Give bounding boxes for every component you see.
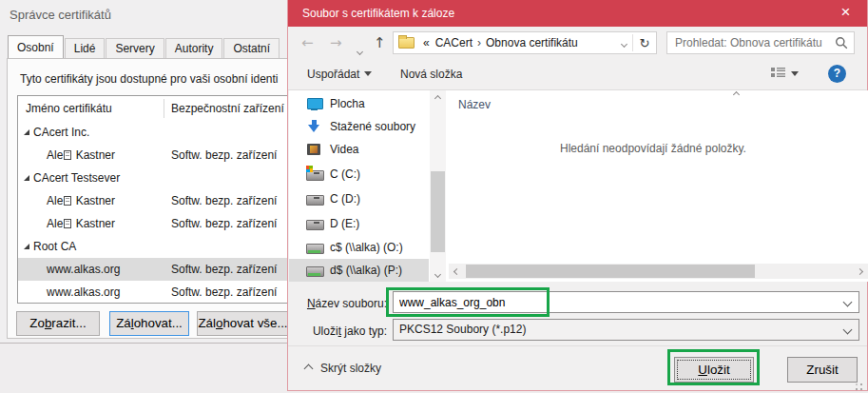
recent-pages-icon[interactable] bbox=[357, 41, 362, 58]
sidebar-item-network-p[interactable]: d$ (\\alka) (P:) bbox=[289, 259, 429, 282]
backup-button[interactable]: Zálohovat... bbox=[109, 311, 189, 336]
table-row-group[interactable]: CAcert Inc. bbox=[18, 121, 294, 144]
sidebar-item-label: Plocha bbox=[330, 97, 365, 110]
cancel-button[interactable]: Zrušit bbox=[787, 357, 858, 383]
windows-logo-icon bbox=[306, 166, 313, 172]
horizontal-scrollbar bbox=[449, 264, 868, 279]
downloads-icon bbox=[306, 120, 322, 133]
filetype-select[interactable]: PKCS12 Soubory (*.p12) bbox=[393, 319, 859, 341]
view-button[interactable]: Zobrazit... bbox=[16, 311, 100, 336]
scroll-right-button[interactable] bbox=[852, 264, 867, 279]
chevron-left-icon bbox=[453, 267, 459, 274]
new-folder-button[interactable]: Nová složka bbox=[400, 68, 462, 81]
table-row-selected[interactable]: www.alkas.org Softw. bezp. zařízení bbox=[18, 258, 294, 281]
caret-down-icon bbox=[791, 71, 799, 76]
close-button[interactable]: × bbox=[824, 0, 867, 27]
help-button[interactable]: ? bbox=[828, 65, 846, 83]
sidebar-item-label: c$ (\\alka) (O:) bbox=[330, 241, 403, 254]
sidebar-item-plocha[interactable]: Plocha bbox=[289, 92, 429, 115]
group-name: CAcert Testsever bbox=[33, 171, 120, 185]
group-name: Root CA bbox=[33, 240, 76, 253]
missing-glyph-box bbox=[64, 219, 71, 228]
organize-button[interactable]: Uspořádat bbox=[307, 68, 372, 81]
missing-glyph-box bbox=[64, 196, 71, 206]
scroll-down-button[interactable] bbox=[430, 266, 446, 282]
sidebar-item-label: Stažené soubory bbox=[330, 120, 415, 133]
label-part: ohovat... bbox=[134, 316, 183, 330]
name-part: Kastner bbox=[72, 194, 115, 207]
empty-results-message: Hledání neodpovídají žádné položky. bbox=[560, 142, 746, 155]
table-row[interactable]: www.alkas.org Softw. bezp. zařízení bbox=[18, 281, 294, 304]
mnemonic: N bbox=[307, 297, 316, 310]
title-bar: Soubor s certifikátem k záloze × bbox=[288, 0, 867, 27]
certificate-table: Jméno certifikátu Bezpečnostní zařízení … bbox=[17, 95, 295, 304]
scroll-up-button[interactable] bbox=[430, 90, 446, 106]
sidebar-item-drive-c[interactable]: C (C:) bbox=[289, 163, 429, 186]
search-input[interactable] bbox=[667, 36, 835, 49]
sidebar-item-label: Videa bbox=[330, 143, 358, 156]
sidebar-item-label: C (C:) bbox=[330, 167, 360, 181]
column-header-name[interactable]: Jméno certifikátu bbox=[26, 102, 112, 115]
sidebar-scrollbar bbox=[430, 90, 446, 282]
sidebar-item-drive-d[interactable]: C (D:) bbox=[289, 187, 429, 210]
column-header-device[interactable]: Bezpečnostní zařízení bbox=[171, 102, 284, 115]
table-row-group[interactable]: Root CA bbox=[18, 235, 294, 258]
breadcrumb-collapsed[interactable]: « bbox=[423, 36, 430, 49]
up-icon[interactable]: ↑ bbox=[374, 34, 386, 51]
table-header: Jméno certifikátu Bezpečnostní zařízení bbox=[18, 96, 294, 121]
view-mode-button[interactable] bbox=[771, 68, 799, 80]
screen: Správce certifikátů Osobní Lidé Servery … bbox=[0, 0, 868, 393]
tab-ostatni[interactable]: Ostatní bbox=[223, 38, 280, 58]
scrollbar-thumb[interactable] bbox=[466, 265, 755, 278]
tree-collapse-icon[interactable] bbox=[24, 129, 29, 135]
scroll-left-button[interactable] bbox=[449, 264, 464, 279]
search-box bbox=[666, 31, 855, 54]
table-row[interactable]: Ale Kastner Softw. bezp. zařízení bbox=[18, 212, 294, 235]
tab-servery[interactable]: Servery bbox=[106, 38, 164, 58]
network-drive-icon bbox=[306, 241, 322, 254]
command-bar: Uspořádat Nová složka ? bbox=[288, 59, 867, 90]
sidebar-item-drive-e[interactable]: D (E:) bbox=[289, 212, 429, 235]
table-row[interactable]: Ale Kastner Softw. bezp. zařízení bbox=[18, 144, 294, 167]
back-icon[interactable]: ← bbox=[301, 34, 314, 51]
name-part: Ale bbox=[47, 194, 63, 207]
chevron-up-icon bbox=[434, 94, 441, 101]
sidebar-item-stazene-soubory[interactable]: Stažené soubory bbox=[289, 115, 429, 138]
tab-strip: Osobní Lidé Servery Autority Ostatní bbox=[8, 35, 280, 58]
description-text: Tyto certifikáty jsou dostupné pro vaši … bbox=[20, 72, 278, 86]
backup-all-button[interactable]: Zálohovat vše... bbox=[197, 311, 289, 336]
breadcrumb-item-cacert[interactable]: CACert bbox=[435, 36, 473, 49]
breadcrumb-separator: › bbox=[477, 36, 481, 49]
breadcrumb-item-obnova[interactable]: Obnova certifikátu bbox=[486, 36, 578, 49]
resize-grip[interactable] bbox=[860, 383, 862, 385]
table-row[interactable]: Ale Kastner Softw. bezp. zařízení bbox=[18, 189, 294, 212]
caret-down-icon bbox=[364, 71, 372, 76]
navigation-bar: ← → ↑ « CACert › Obnova certifikátu ↻ bbox=[288, 27, 867, 59]
tab-osobni[interactable]: Osobní bbox=[8, 35, 64, 58]
sidebar-item-label: d$ (\\alka) (P:) bbox=[330, 264, 402, 277]
address-bar[interactable]: « CACert › Obnova certifikátu ↻ bbox=[393, 31, 657, 54]
certificate-name: www.alkas.org bbox=[47, 281, 120, 304]
tab-autority[interactable]: Autority bbox=[165, 38, 223, 58]
videos-icon bbox=[306, 143, 322, 156]
sidebar-item-videa[interactable]: Videa bbox=[289, 138, 429, 161]
tree-collapse-icon[interactable] bbox=[24, 244, 29, 249]
table-row-group[interactable]: CAcert Testsever bbox=[18, 167, 294, 189]
name-part: Ale bbox=[47, 217, 63, 230]
refresh-icon[interactable]: ↻ bbox=[633, 36, 656, 50]
chevron-down-icon bbox=[621, 41, 627, 48]
scrollbar-thumb[interactable] bbox=[431, 171, 445, 252]
tab-lide[interactable]: Lidé bbox=[65, 38, 106, 58]
forward-icon[interactable]: → bbox=[330, 34, 342, 51]
certificate-name: Ale Kastner bbox=[47, 189, 115, 212]
hide-folders-button[interactable]: Skrýt složky bbox=[305, 362, 381, 375]
column-header-nazev[interactable]: Název bbox=[458, 98, 491, 111]
missing-glyph-box bbox=[64, 150, 71, 160]
system-drive-icon bbox=[306, 167, 322, 181]
tree-collapse-icon[interactable] bbox=[24, 175, 29, 181]
name-part: Kastner bbox=[72, 217, 115, 230]
drive-icon bbox=[306, 217, 322, 230]
label-part: ázev souboru: bbox=[316, 297, 387, 310]
sidebar-item-network-o[interactable]: c$ (\\alka) (O:) bbox=[289, 236, 429, 259]
address-dropdown-icon[interactable] bbox=[622, 36, 627, 49]
